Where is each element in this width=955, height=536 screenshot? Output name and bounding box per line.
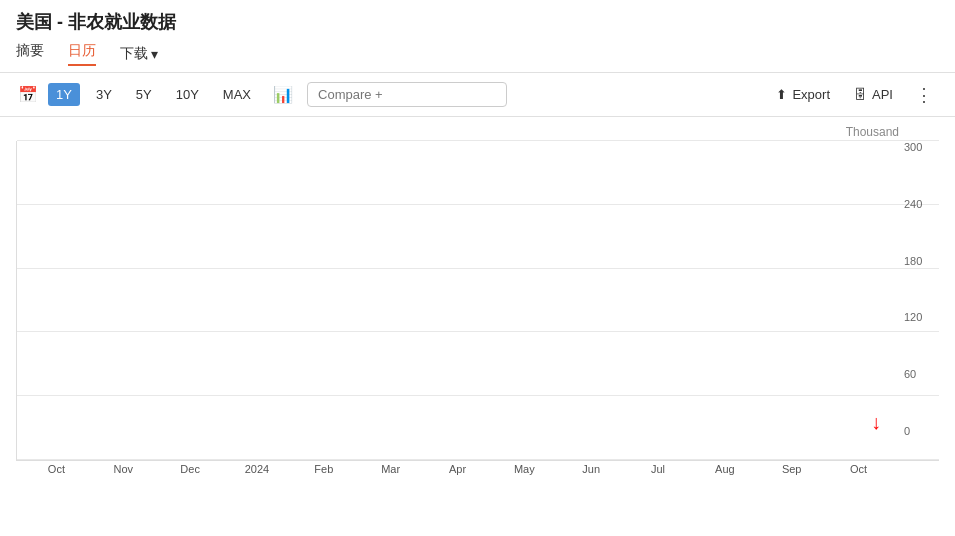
page-title: 美国 - 非农就业数据 xyxy=(16,10,939,34)
x-axis-label: Feb xyxy=(293,463,354,475)
toolbar: 📅 1Y 3Y 5Y 10Y MAX 📊 ⬆ Export 🗄 API ⋮ xyxy=(0,73,955,117)
y-axis-label: 120 xyxy=(904,311,922,323)
period-3y-button[interactable]: 3Y xyxy=(88,83,120,106)
api-icon: 🗄 xyxy=(854,87,867,102)
y-axis-label: 60 xyxy=(904,368,916,380)
red-arrow-icon: ↓ xyxy=(871,412,881,432)
y-axis-label: 180 xyxy=(904,255,922,267)
page-header: 美国 - 非农就业数据 摘要 日历 下载 ▾ xyxy=(0,0,955,73)
y-axis: 300240180120600 xyxy=(899,141,939,437)
x-axis-label: Aug xyxy=(694,463,755,475)
bars-area: ↓ xyxy=(16,141,939,461)
x-axis-label: 2024 xyxy=(227,463,288,475)
y-axis-label: 0 xyxy=(904,425,910,437)
tab-calendar[interactable]: 日历 xyxy=(68,42,96,66)
x-axis-label: Oct xyxy=(26,463,87,475)
x-axis-label: Mar xyxy=(360,463,421,475)
y-axis-label: 300 xyxy=(904,141,922,153)
x-axis-label: Apr xyxy=(427,463,488,475)
chart-container: ↓ 300240180120600 xyxy=(16,141,939,461)
x-axis-label: Dec xyxy=(160,463,221,475)
period-max-button[interactable]: MAX xyxy=(215,83,259,106)
tab-download[interactable]: 下载 ▾ xyxy=(120,42,158,66)
x-axis-label: Jul xyxy=(628,463,689,475)
period-1y-button[interactable]: 1Y xyxy=(48,83,80,106)
x-axis-label: May xyxy=(494,463,555,475)
y-axis-label: 240 xyxy=(904,198,922,210)
bars xyxy=(17,141,939,460)
tab-summary[interactable]: 摘要 xyxy=(16,42,44,66)
x-labels: OctNovDec2024FebMarAprMayJunJulAugSepOct xyxy=(16,463,899,475)
chart-area: Thousand ↓ 300240180120600 OctNovDec2024… xyxy=(0,117,955,487)
compare-input[interactable] xyxy=(307,82,507,107)
calendar-icon[interactable]: 📅 xyxy=(16,83,40,107)
api-button[interactable]: 🗄 API xyxy=(846,83,901,106)
x-axis-label: Jun xyxy=(561,463,622,475)
thousand-label: Thousand xyxy=(16,125,939,139)
export-button[interactable]: ⬆ Export xyxy=(768,83,838,106)
x-axis-label: Sep xyxy=(761,463,822,475)
chart-type-icon[interactable]: 📊 xyxy=(267,81,299,108)
x-axis-label: Nov xyxy=(93,463,154,475)
more-options-button[interactable]: ⋮ xyxy=(909,82,939,108)
period-10y-button[interactable]: 10Y xyxy=(168,83,207,106)
nav-tabs: 摘要 日历 下载 ▾ xyxy=(16,42,939,66)
x-axis-label: Oct xyxy=(828,463,889,475)
dropdown-arrow-icon: ▾ xyxy=(151,46,158,62)
period-5y-button[interactable]: 5Y xyxy=(128,83,160,106)
export-icon: ⬆ xyxy=(776,87,787,102)
